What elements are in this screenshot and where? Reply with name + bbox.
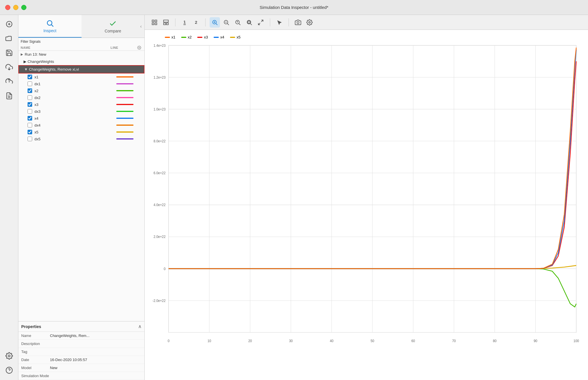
- collapse-panel-button[interactable]: ‹: [138, 23, 144, 30]
- maximize-button[interactable]: [21, 5, 26, 10]
- signal-name-label: dx2: [34, 96, 116, 100]
- window-title: Simulation Data Inspector - untitled*: [260, 5, 328, 10]
- signal-checkbox[interactable]: [28, 95, 32, 100]
- svg-text:0: 0: [164, 267, 166, 271]
- signal-checkbox[interactable]: [28, 75, 32, 79]
- property-label: Tag: [21, 350, 50, 354]
- signal-row[interactable]: dx1: [18, 80, 144, 87]
- legend-item: x1: [165, 35, 175, 39]
- filter-name-col: NAME: [21, 46, 111, 49]
- minimize-button[interactable]: [13, 5, 18, 10]
- signal-row[interactable]: x2: [18, 87, 144, 94]
- legend-item: x5: [230, 35, 241, 39]
- line-color-swatch: [116, 97, 134, 98]
- signal-row[interactable]: x1: [18, 73, 144, 80]
- svg-text:90: 90: [534, 339, 537, 343]
- signal-checkbox[interactable]: [28, 102, 32, 107]
- svg-line-25: [227, 24, 229, 25]
- svg-text:10: 10: [208, 339, 211, 343]
- line-color-swatch: [116, 83, 134, 84]
- svg-text:1.4e+23: 1.4e+23: [154, 43, 166, 47]
- channel-1-button[interactable]: 1: [179, 17, 190, 28]
- signal-row[interactable]: dx5: [18, 135, 144, 142]
- signal-row[interactable]: dx3: [18, 108, 144, 115]
- zoom-in-button[interactable]: [210, 17, 220, 28]
- signal-line-swatch: [116, 131, 142, 133]
- properties-header: Properties ∧: [18, 321, 144, 332]
- signal-checkbox[interactable]: [28, 123, 32, 127]
- tab-inspect[interactable]: Inspect: [18, 15, 82, 38]
- svg-text:70: 70: [452, 339, 456, 343]
- svg-rect-14: [155, 20, 157, 22]
- property-label: Simulation Mode: [21, 374, 50, 378]
- signal-row[interactable]: dx4: [18, 122, 144, 129]
- signal-row[interactable]: x3: [18, 101, 144, 108]
- property-label: Name: [21, 334, 50, 338]
- signal-name-label: x4: [34, 116, 116, 121]
- signal-checkbox[interactable]: [28, 130, 32, 134]
- legend-color-swatch: [197, 37, 202, 38]
- group-changeweights[interactable]: ▶ ChangeWeights: [18, 58, 144, 65]
- property-row: Tag: [18, 348, 144, 356]
- cursor-button[interactable]: [274, 17, 285, 28]
- signal-checkbox[interactable]: [28, 116, 32, 121]
- channel-2-button[interactable]: 2: [191, 17, 201, 28]
- property-value: 16-Dec-2020 10:05:57: [50, 358, 87, 362]
- legend-color-swatch: [214, 37, 219, 38]
- folder-button[interactable]: [3, 32, 16, 45]
- signal-tree: ▶ Run 13: New ▶ ChangeWeights ▼ ChangeWe…: [18, 51, 144, 321]
- zoom-out-button[interactable]: [221, 17, 231, 28]
- signal-name-label: dx1: [34, 82, 116, 86]
- chart-legend: x1x2x3x4x5: [148, 33, 582, 42]
- svg-text:1.2e+23: 1.2e+23: [154, 75, 166, 79]
- chart-settings-button[interactable]: [304, 17, 315, 28]
- filter-settings-icon[interactable]: [136, 46, 142, 50]
- legend-label: x1: [171, 35, 175, 39]
- legend-item: x2: [181, 35, 192, 39]
- title-bar: Simulation Data Inspector - untitled*: [0, 0, 588, 15]
- signal-checkbox[interactable]: [28, 137, 32, 141]
- export-button[interactable]: [3, 75, 16, 88]
- signal-checkbox[interactable]: [28, 82, 32, 86]
- tab-compare[interactable]: Compare: [82, 15, 145, 38]
- close-button[interactable]: [5, 5, 10, 10]
- svg-rect-19: [167, 23, 168, 24]
- svg-point-34: [297, 22, 299, 24]
- zoom-region-button[interactable]: [244, 17, 254, 28]
- add-button[interactable]: [3, 18, 16, 30]
- signal-checkbox[interactable]: [28, 109, 32, 114]
- signal-row[interactable]: x5: [18, 129, 144, 135]
- svg-text:4.0e+22: 4.0e+22: [154, 203, 166, 207]
- zoom-fit-button[interactable]: [233, 17, 243, 28]
- tab-compare-label: Compare: [105, 29, 121, 33]
- properties-collapse-icon[interactable]: ∧: [138, 324, 142, 329]
- camera-button[interactable]: [293, 17, 303, 28]
- help-button[interactable]: [3, 364, 16, 377]
- report-button[interactable]: [3, 90, 16, 102]
- signal-row[interactable]: dx2: [18, 94, 144, 101]
- zoom-fullscreen-button[interactable]: [256, 17, 266, 28]
- signal-row[interactable]: x4: [18, 115, 144, 122]
- group-changeweights-remove[interactable]: ▼ ChangeWeights, Remove xi,vi: [18, 65, 144, 73]
- signal-line-swatch: [116, 90, 142, 91]
- svg-rect-15: [152, 23, 154, 24]
- import-button[interactable]: [3, 61, 16, 73]
- save-button[interactable]: [3, 46, 16, 59]
- chart-toolbar: 1 2: [145, 15, 588, 30]
- svg-line-28: [239, 24, 240, 25]
- layout-split-button[interactable]: [161, 17, 171, 28]
- run-row[interactable]: ▶ Run 13: New: [18, 51, 144, 58]
- settings-button[interactable]: [3, 350, 16, 362]
- svg-text:6.0e+22: 6.0e+22: [154, 171, 166, 175]
- group-changeweights-remove-label: ChangeWeights, Remove xi,vi: [29, 67, 79, 71]
- chart-svg-container[interactable]: 1.4e+23 1.2e+23 1.0e+23 8.0e+22 6.0e+22 …: [148, 42, 582, 377]
- signal-name-label: x1: [34, 75, 116, 79]
- layout-grid-button[interactable]: [149, 17, 160, 28]
- chart-area: 1 2: [145, 15, 588, 380]
- line-color-swatch: [116, 125, 134, 126]
- svg-text:60: 60: [411, 339, 415, 343]
- signal-checkbox[interactable]: [28, 88, 32, 93]
- signal-line-swatch: [116, 138, 142, 139]
- line-color-swatch: [116, 104, 134, 105]
- line-color-swatch: [116, 76, 134, 77]
